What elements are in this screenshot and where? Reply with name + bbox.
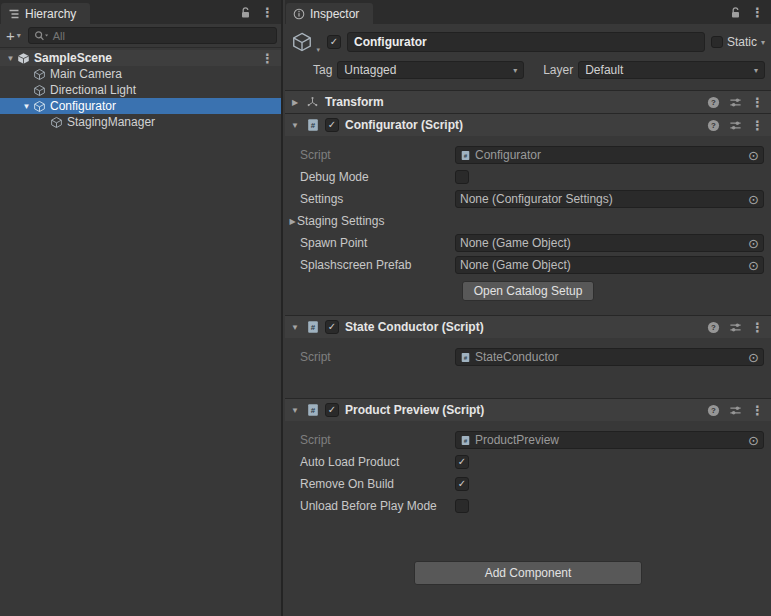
gameobject-name: Directional Light — [50, 83, 136, 97]
lock-icon[interactable] — [240, 6, 251, 19]
panel-menu-icon[interactable]: ⋮ — [751, 6, 764, 19]
object-field-value: StateConductor — [475, 350, 743, 364]
script-object-field[interactable]: # StateConductor ⊙ — [455, 348, 764, 366]
add-component-button[interactable]: Add Component — [414, 561, 642, 585]
object-picker-icon[interactable]: ⊙ — [747, 259, 760, 272]
object-picker-icon[interactable]: ⊙ — [747, 351, 760, 364]
configurator-script-body: Script # Configurator ⊙ Debug Mode Setti… — [285, 136, 771, 315]
property-row-unload-before-play-mode: Unload Before Play Mode — [285, 495, 771, 517]
foldout-open-icon[interactable]: ▼ — [289, 121, 301, 130]
chevron-down-icon: ▾ — [17, 32, 21, 40]
object-picker-icon[interactable]: ⊙ — [747, 149, 760, 162]
settings-object-field[interactable]: None (Configurator Settings) ⊙ — [455, 190, 764, 208]
property-label: Debug Mode — [285, 170, 455, 184]
hierarchy-row-configurator[interactable]: ▼ Configurator — [0, 98, 281, 114]
script-object-field[interactable]: # Configurator ⊙ — [455, 146, 764, 164]
foldout-label: Staging Settings — [297, 214, 384, 228]
active-checkbox[interactable] — [327, 35, 341, 49]
foldout-open-icon[interactable]: ▼ — [289, 323, 301, 332]
help-icon[interactable]: ? — [707, 96, 720, 109]
hierarchy-row-stagingmanager[interactable]: StagingManager — [0, 114, 281, 130]
gameobject-icon — [33, 100, 46, 113]
component-menu-icon[interactable]: ⋮ — [751, 119, 764, 132]
presets-icon[interactable] — [729, 119, 742, 132]
foldout-open-icon[interactable]: ▼ — [20, 102, 33, 111]
panel-menu-icon[interactable]: ⋮ — [261, 6, 274, 19]
open-catalog-setup-button[interactable]: Open Catalog Setup — [462, 281, 595, 301]
component-header-product-preview[interactable]: ▼ # Product Preview (Script) ? ⋮ — [285, 398, 771, 421]
static-checkbox[interactable] — [711, 36, 723, 48]
static-dropdown-icon[interactable]: ▾ — [761, 38, 765, 47]
help-icon[interactable]: ? — [707, 119, 720, 132]
presets-icon[interactable] — [729, 321, 742, 334]
gameobject-name-field[interactable]: Configurator — [347, 32, 705, 52]
create-object-button[interactable]: +▾ — [4, 28, 23, 43]
scene-menu-icon[interactable]: ⋮ — [261, 52, 274, 65]
help-icon[interactable]: ? — [707, 321, 720, 334]
component-menu-icon[interactable]: ⋮ — [751, 321, 764, 334]
component-menu-icon[interactable]: ⋮ — [751, 96, 764, 109]
foldout-closed-icon[interactable]: ▶ — [289, 98, 301, 107]
object-picker-icon[interactable]: ⊙ — [747, 237, 760, 250]
object-picker-icon[interactable]: ⊙ — [747, 193, 760, 206]
hierarchy-search-input[interactable]: All — [28, 27, 277, 44]
foldout-open-icon[interactable]: ▼ — [4, 54, 17, 63]
hierarchy-row-main-camera[interactable]: Main Camera — [0, 66, 281, 82]
static-control: Static ▾ — [711, 35, 765, 49]
component-enabled-checkbox[interactable] — [325, 320, 339, 334]
foldout-open-icon[interactable]: ▼ — [289, 406, 301, 415]
hierarchy-icon — [8, 8, 20, 20]
property-label: Spawn Point — [285, 236, 455, 250]
component-title: Configurator (Script) — [345, 118, 463, 132]
component-header-configurator[interactable]: ▼ # Configurator (Script) ? ⋮ — [285, 113, 771, 136]
object-picker-icon[interactable]: ⊙ — [747, 434, 760, 447]
presets-icon[interactable] — [729, 404, 742, 417]
remove-on-build-checkbox[interactable] — [455, 477, 469, 491]
search-icon — [34, 30, 49, 42]
property-label: Script — [285, 350, 455, 364]
hierarchy-row-scene[interactable]: ▼ SampleScene ⋮ — [0, 50, 281, 66]
component-header-transform[interactable]: ▶ Transform ? ⋮ — [285, 90, 771, 113]
property-label: Script — [285, 148, 455, 162]
svg-text:?: ? — [711, 121, 716, 130]
svg-text:#: # — [464, 353, 468, 360]
svg-text:#: # — [311, 323, 316, 332]
property-label: Script — [285, 433, 455, 447]
lock-icon[interactable] — [730, 6, 741, 19]
component-enabled-checkbox[interactable] — [325, 118, 339, 132]
component-header-state-conductor[interactable]: ▼ # State Conductor (Script) ? ⋮ — [285, 315, 771, 338]
tag-label: Tag — [313, 63, 332, 77]
script-icon: # — [306, 118, 320, 132]
state-conductor-body: Script # StateConductor ⊙ — [285, 338, 771, 398]
script-object-field[interactable]: # ProductPreview ⊙ — [455, 431, 764, 449]
splashscreen-prefab-object-field[interactable]: None (Game Object) ⊙ — [455, 256, 764, 274]
property-label: Unload Before Play Mode — [285, 499, 455, 513]
gameobject-icon — [33, 84, 46, 97]
layer-label: Layer — [543, 63, 573, 77]
foldout-closed-icon[interactable]: ▶ — [285, 217, 297, 226]
gameobject-header-row2: Tag Untagged ▾ Layer Default ▾ — [313, 60, 765, 80]
auto-load-product-checkbox[interactable] — [455, 455, 469, 469]
hierarchy-row-directional-light[interactable]: Directional Light — [0, 82, 281, 98]
presets-icon[interactable] — [729, 96, 742, 109]
debug-mode-checkbox[interactable] — [455, 170, 469, 184]
component-enabled-checkbox[interactable] — [325, 403, 339, 417]
tab-inspector[interactable]: Inspector — [286, 3, 373, 24]
tag-dropdown[interactable]: Untagged ▾ — [337, 61, 524, 79]
svg-text:?: ? — [711, 323, 716, 332]
property-row-debug-mode: Debug Mode — [285, 166, 771, 188]
add-component-row: Add Component — [285, 561, 771, 585]
property-label: Auto Load Product — [285, 455, 455, 469]
tab-hierarchy[interactable]: Hierarchy — [1, 3, 90, 24]
layer-dropdown[interactable]: Default ▾ — [578, 61, 765, 79]
unload-before-play-mode-checkbox[interactable] — [455, 499, 469, 513]
script-icon: # — [460, 150, 471, 161]
help-icon[interactable]: ? — [707, 404, 720, 417]
spawn-point-object-field[interactable]: None (Game Object) ⊙ — [455, 234, 764, 252]
gameobject-name-value: Configurator — [354, 35, 427, 49]
staging-settings-foldout[interactable]: ▶ Staging Settings — [285, 210, 771, 232]
gameobject-name: Configurator — [50, 99, 116, 113]
component-menu-icon[interactable]: ⋮ — [751, 404, 764, 417]
object-field-value: ProductPreview — [475, 433, 743, 447]
gameobject-icon-button[interactable]: ▾ — [291, 30, 321, 54]
